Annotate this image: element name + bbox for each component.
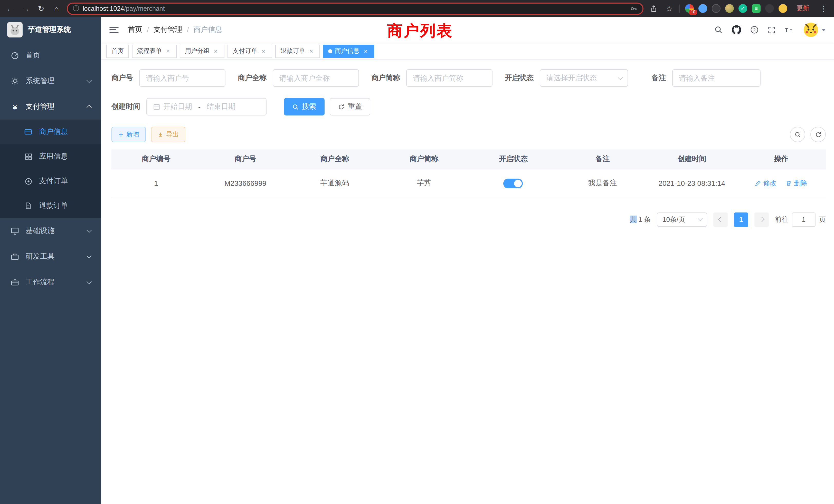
sidebar-item-workflow[interactable]: 工作流程: [0, 270, 101, 295]
bookmark-star-icon[interactable]: ☆: [664, 3, 674, 14]
page-number-1[interactable]: 1: [734, 212, 748, 227]
tab-close-icon[interactable]: ×: [212, 47, 219, 55]
document-icon: [24, 202, 33, 209]
next-page-button[interactable]: [754, 212, 769, 227]
fullscreen-icon[interactable]: [768, 26, 775, 33]
user-avatar-menu[interactable]: [803, 22, 826, 38]
sidebar-item-app-info[interactable]: 应用信息: [0, 144, 101, 169]
browser-toolbar: ← → ↻ ⌂ ⓘ localhost:1024/pay/merchant ☆ …: [0, 0, 834, 17]
refresh-table-icon-button[interactable]: [810, 127, 826, 142]
tab-process-form[interactable]: 流程表单 ×: [132, 44, 177, 58]
merchant-short-input-wrap: [406, 69, 492, 87]
sidebar-item-payment-orders[interactable]: 支付订单: [0, 169, 101, 193]
col-actions: 操作: [737, 150, 826, 169]
filter-label: 开启状态: [505, 73, 533, 83]
sidebar-item-refund-orders[interactable]: 退款订单: [0, 193, 101, 218]
breadcrumb-home[interactable]: 首页: [128, 25, 142, 35]
extension-check-icon[interactable]: ✓: [739, 4, 747, 13]
page-size-select[interactable]: 10条/页: [657, 212, 707, 227]
edit-link-label: 修改: [763, 179, 776, 188]
browser-forward-icon[interactable]: →: [21, 3, 31, 14]
tab-user-group[interactable]: 用户分组 ×: [180, 44, 224, 58]
extension-paw-icon[interactable]: [765, 4, 774, 13]
extension-badge: 10: [689, 10, 697, 15]
add-button[interactable]: 新增: [111, 127, 146, 142]
extension-globe-icon[interactable]: [712, 4, 721, 13]
sidebar-item-home[interactable]: 首页: [0, 43, 101, 68]
address-bar[interactable]: ⓘ localhost:1024/pay/merchant: [67, 2, 643, 15]
merchant-short-input[interactable]: [413, 74, 486, 82]
merchant-name-input[interactable]: [279, 74, 352, 82]
tab-close-icon[interactable]: ×: [308, 47, 315, 55]
status-toggle[interactable]: [504, 178, 523, 188]
tab-home[interactable]: 首页: [106, 44, 129, 58]
status-select[interactable]: 请选择开启状态: [540, 69, 628, 87]
tab-close-icon[interactable]: ×: [164, 47, 172, 55]
tab-close-icon[interactable]: ×: [362, 47, 369, 55]
extension-notes-icon[interactable]: ≡: [752, 4, 761, 13]
browser-home-icon[interactable]: ⌂: [51, 3, 62, 14]
search-icon[interactable]: [714, 26, 723, 34]
tab-merchant-info[interactable]: 商户信息 ×: [323, 44, 374, 58]
chevron-up-icon: [87, 105, 92, 110]
delete-link[interactable]: 删除: [786, 179, 807, 188]
merchant-no-input[interactable]: [146, 74, 219, 82]
edit-link[interactable]: 修改: [755, 179, 776, 188]
prev-page-button[interactable]: [713, 212, 728, 227]
sidebar-item-infrastructure[interactable]: 基础设施: [0, 218, 101, 244]
tab-refund-orders[interactable]: 退款订单 ×: [275, 44, 320, 58]
extension-drop-icon[interactable]: [698, 4, 707, 13]
search-button-label: 搜索: [302, 102, 316, 111]
sidebar-item-merchant-info[interactable]: 商户信息: [0, 120, 101, 144]
site-info-icon[interactable]: ⓘ: [73, 4, 79, 13]
extension-colorwheel-icon[interactable]: 10: [685, 4, 694, 13]
sidebar-item-label: 首页: [26, 51, 40, 60]
yen-icon: ¥: [10, 102, 20, 111]
toolbar-divider: [679, 4, 680, 13]
browser-menu-icon[interactable]: ⋮: [818, 3, 829, 14]
hamburger-icon[interactable]: [109, 26, 118, 33]
sidebar-menu: 首页 系统管理 ¥ 支付管理: [0, 43, 101, 295]
chevron-down-icon: [87, 78, 92, 83]
col-short-name: 商户简称: [379, 150, 468, 169]
remark-input[interactable]: [679, 74, 754, 82]
col-merchant-id: 商户编号: [111, 150, 201, 169]
reset-button[interactable]: 重置: [330, 98, 370, 115]
app-logo[interactable]: 芋道管理系统: [0, 17, 101, 43]
help-icon[interactable]: ?: [750, 26, 759, 34]
breadcrumb-payment[interactable]: 支付管理: [154, 25, 182, 35]
toggle-search-icon-button[interactable]: [790, 127, 805, 142]
extension-avatar-icon[interactable]: [725, 4, 734, 13]
sidebar-item-payment[interactable]: ¥ 支付管理: [0, 94, 101, 120]
breadcrumb-current: 商户信息: [194, 25, 222, 35]
search-button[interactable]: 搜索: [284, 98, 325, 115]
browser-back-icon[interactable]: ←: [5, 3, 16, 14]
cell-merchant-no: M233666999: [201, 169, 290, 198]
gear-icon: [10, 77, 20, 85]
tab-close-icon[interactable]: ×: [260, 47, 267, 55]
page-content: 商户号 商户全称 商户简称: [101, 60, 834, 504]
chevron-down-icon: [87, 253, 92, 258]
font-size-icon[interactable]: TT: [785, 26, 794, 33]
screen: ← → ↻ ⌂ ⓘ localhost:1024/pay/merchant ☆ …: [0, 0, 834, 504]
password-key-icon[interactable]: [630, 5, 637, 12]
tab-label: 商户信息: [335, 47, 359, 55]
target-icon: [24, 177, 33, 185]
sidebar-item-system[interactable]: 系统管理: [0, 68, 101, 94]
merchant-no-input-wrap: [139, 69, 225, 87]
goto-page-input[interactable]: [792, 212, 815, 227]
chevron-right-icon: [759, 217, 764, 222]
github-icon[interactable]: [732, 25, 741, 35]
sidebar-item-dev-tools[interactable]: 研发工具: [0, 244, 101, 270]
tab-payment-orders[interactable]: 支付订单 ×: [227, 44, 272, 58]
browser-refresh-icon[interactable]: ↻: [36, 3, 46, 14]
sidebar-item-label: 支付订单: [39, 177, 68, 186]
export-button[interactable]: 导出: [151, 127, 185, 142]
share-icon[interactable]: [649, 3, 659, 14]
date-range-picker[interactable]: 开始日期 - 结束日期: [146, 98, 266, 115]
breadcrumb-separator: /: [147, 26, 149, 34]
reset-button-label: 重置: [348, 102, 362, 111]
profile-smiley-icon[interactable]: [778, 4, 787, 13]
browser-update-button[interactable]: 更新: [792, 3, 813, 14]
date-separator: -: [198, 102, 200, 111]
